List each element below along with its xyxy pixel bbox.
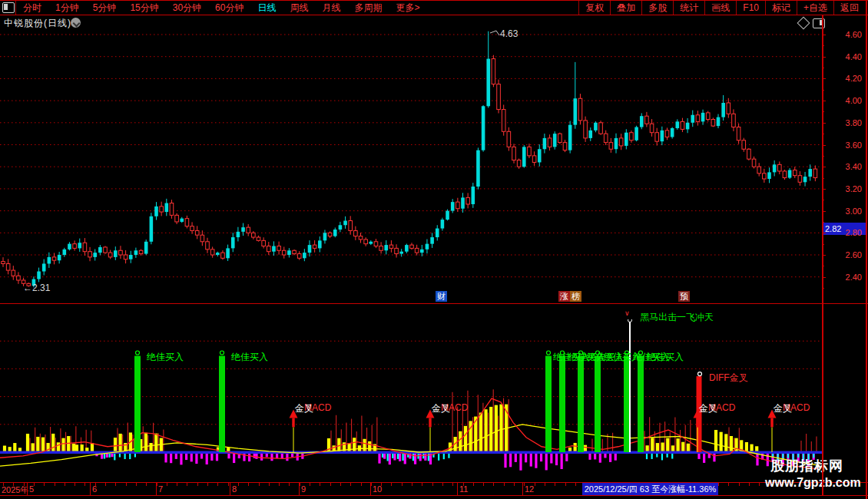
axis-minor-tick <box>84 483 85 486</box>
top-toolbar: 分时1分钟5分钟15分钟30分钟60分钟日线周线月线多周期更多> 复权叠加多股统… <box>0 0 868 15</box>
axis-minor-tick <box>105 483 106 486</box>
price-scale-label: 4.40 <box>828 52 862 61</box>
low-price-label: ←2.31 <box>23 283 50 293</box>
high-price-label: 4.63 <box>500 28 518 39</box>
axis-minor-tick <box>452 483 453 486</box>
panel-divider <box>0 303 868 304</box>
news-tag-预[interactable]: 预 <box>678 291 690 302</box>
stock-title[interactable]: 中锐股份(日线) <box>4 17 71 30</box>
period-tab-多周期[interactable]: 多周期 <box>347 1 389 15</box>
month-separator <box>27 483 28 495</box>
axis-minor-tick <box>493 483 494 486</box>
action-返回[interactable]: 返回 <box>833 1 865 15</box>
axis-minor-tick <box>463 483 464 486</box>
period-tab-更多>[interactable]: 更多> <box>389 1 426 15</box>
price-scale-label: 3.00 <box>828 207 862 216</box>
axis-minor-tick <box>13 483 14 486</box>
axis-minor-tick <box>238 483 239 486</box>
axis-minor-tick <box>759 483 760 486</box>
axis-minor-tick <box>575 483 576 486</box>
axis-minor-tick <box>371 483 372 486</box>
scale-border <box>822 15 823 495</box>
price-scale-label: 3.20 <box>828 184 862 193</box>
news-tag-涨[interactable]: 涨 <box>558 291 570 302</box>
axis-minor-tick <box>535 483 535 486</box>
axis-minor-tick <box>728 483 729 486</box>
axis-minor-tick <box>412 483 412 486</box>
axis-minor-tick <box>749 483 750 486</box>
axis-minor-tick <box>126 483 127 486</box>
axis-minor-tick <box>228 483 229 486</box>
axis-minor-tick <box>350 483 351 486</box>
period-tab-15分钟[interactable]: 15分钟 <box>123 1 165 15</box>
indicator-header: 股朋指标网 DIFF: -0.09DEA: -0.07MACD: -0.03黑马… <box>0 305 822 318</box>
action-多股[interactable]: 多股 <box>641 1 673 15</box>
month-label-12: 12 <box>525 484 534 494</box>
app-window: 分时1分钟5分钟15分钟30分钟60分钟日线周线月线多周期更多> 复权叠加多股统… <box>0 0 868 499</box>
axis-minor-tick <box>514 483 515 486</box>
price-scale-label: 4.20 <box>828 74 862 83</box>
news-tag-榜[interactable]: 榜 <box>570 291 581 302</box>
axis-minor-tick <box>320 483 320 486</box>
axis-minor-tick <box>402 483 403 486</box>
chevron-down-icon[interactable] <box>71 18 81 28</box>
frame-right <box>866 0 867 499</box>
axis-minor-tick <box>524 483 525 486</box>
main-candlestick-chart <box>0 29 822 302</box>
axis-minor-tick <box>289 483 290 486</box>
price-scale-label: 2.40 <box>828 273 862 282</box>
price-scale-label: 2.60 <box>828 250 862 259</box>
month-separator <box>457 483 458 495</box>
axis-top-line <box>0 482 868 483</box>
axis-minor-tick <box>146 483 147 486</box>
action-复权[interactable]: 复权 <box>578 1 610 15</box>
axis-minor-tick <box>217 483 218 486</box>
axis-minor-tick <box>167 483 167 486</box>
watermark-url: www.7gpzb.com <box>765 476 861 490</box>
period-tab-30分钟[interactable]: 30分钟 <box>166 1 208 15</box>
axis-minor-tick <box>739 483 740 486</box>
period-tab-周线[interactable]: 周线 <box>283 1 315 15</box>
period-tab-60分钟[interactable]: 60分钟 <box>208 1 250 15</box>
axis-minor-tick <box>177 483 177 486</box>
price-scale-label: 4.00 <box>828 96 862 105</box>
axis-minor-tick <box>473 483 474 486</box>
axis-minor-tick <box>432 483 433 486</box>
month-separator <box>230 483 230 495</box>
period-tabs: 分时1分钟5分钟15分钟30分钟60分钟日线周线月线多周期更多> <box>15 0 426 15</box>
period-tab-日线[interactable]: 日线 <box>250 1 283 15</box>
period-tab-1分钟[interactable]: 1分钟 <box>48 1 86 15</box>
month-separator <box>90 483 91 495</box>
axis-minor-tick <box>300 483 300 486</box>
axis-bottom-line <box>0 495 868 496</box>
action-F10[interactable]: F10 <box>736 1 765 15</box>
axis-minor-tick <box>157 483 157 486</box>
axis-minor-tick <box>24 483 25 486</box>
split-screen-icon[interactable] <box>2 2 15 13</box>
action-+自选[interactable]: +自选 <box>797 1 833 15</box>
axis-minor-tick <box>340 483 341 486</box>
news-tag-财[interactable]: 财 <box>436 291 447 302</box>
period-tab-月线[interactable]: 月线 <box>315 1 347 15</box>
month-label-8: 8 <box>232 484 237 494</box>
axis-minor-tick <box>207 483 208 486</box>
action-画线[interactable]: 画线 <box>704 1 736 15</box>
action-标记[interactable]: 标记 <box>765 1 797 15</box>
price-scale-label: 3.80 <box>828 118 862 127</box>
axis-minor-tick <box>75 483 75 486</box>
toolbar-actions: 复权叠加多股统计画线F10标记+自选返回 <box>578 0 865 15</box>
price-scale-label: 3.60 <box>828 140 862 150</box>
action-叠加[interactable]: 叠加 <box>610 1 641 15</box>
watermark-title: 股朋指标网 <box>770 457 843 475</box>
axis-minor-tick <box>259 483 260 486</box>
price-scale-label: 3.40 <box>828 162 862 171</box>
axis-minor-tick <box>310 483 310 486</box>
period-tab-分时[interactable]: 分时 <box>16 1 48 15</box>
axis-minor-tick <box>269 483 270 486</box>
axis-minor-tick <box>44 483 45 486</box>
axis-minor-tick <box>381 483 382 486</box>
period-tab-5分钟[interactable]: 5分钟 <box>86 1 124 15</box>
axis-year-label: 2025年 <box>2 484 28 496</box>
axis-minor-tick <box>65 483 65 486</box>
action-统计[interactable]: 统计 <box>673 1 704 15</box>
